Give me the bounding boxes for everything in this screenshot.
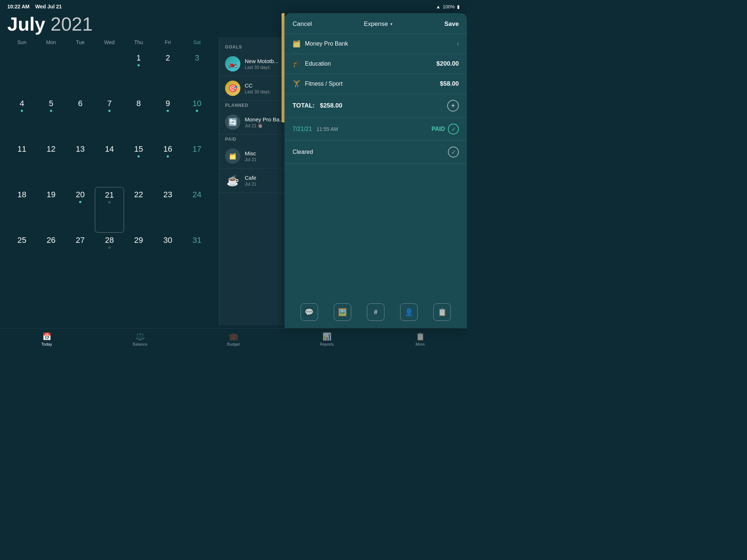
- cal-cell-9[interactable]: 9: [153, 96, 182, 141]
- refresh-icon: 🔄: [225, 114, 240, 130]
- calendar-grid: 1 2 3 4 5 6 7: [4, 50, 215, 324]
- wifi-icon: ▲: [436, 4, 441, 9]
- cal-cell-1[interactable]: 1: [124, 50, 153, 96]
- cal-cell-11[interactable]: 11: [7, 141, 36, 187]
- account-chevron-icon: ›: [457, 40, 459, 47]
- cal-cell-10[interactable]: 10: [182, 96, 212, 141]
- panel-header: Cancel Expense ▾ Save: [285, 13, 467, 34]
- cal-cell-28[interactable]: 28: [95, 233, 124, 278]
- save-button[interactable]: Save: [444, 20, 459, 28]
- cal-cell-8[interactable]: 8: [124, 96, 153, 141]
- person-icon: 👤: [405, 308, 414, 316]
- tag-icon: #: [374, 308, 378, 316]
- accent-bar: [282, 13, 285, 122]
- cal-cell-20[interactable]: 20: [66, 187, 95, 233]
- nav-reports[interactable]: 📊 Reports: [280, 330, 374, 349]
- nav-more[interactable]: 📋 More: [374, 330, 467, 349]
- fitness-row[interactable]: 🏋️ Fitness / Sport $58.00: [285, 74, 467, 94]
- education-row[interactable]: 🎓 Education $200.00: [285, 54, 467, 74]
- cal-cell-25[interactable]: 25: [7, 233, 36, 278]
- day-sat: Sat: [182, 37, 212, 47]
- misc-icon: 🗂️: [225, 148, 240, 164]
- cal-cell-27[interactable]: 27: [66, 233, 95, 278]
- image-button[interactable]: 🖼️: [334, 303, 351, 321]
- today-label: Today: [41, 342, 52, 346]
- balance-icon: ⚖️: [136, 332, 145, 341]
- more-icon: 📋: [416, 332, 425, 341]
- cal-cell-15[interactable]: 15: [124, 141, 153, 187]
- cleared-row[interactable]: Cleared ✓: [285, 141, 467, 164]
- detail-panel: Cancel Expense ▾ Save 🗂️ Money Pro Bank …: [285, 13, 467, 328]
- date-time-row[interactable]: 7/21/21 11:55 AM PAID ✓: [285, 118, 467, 141]
- cal-cell-12[interactable]: 12: [36, 141, 66, 187]
- fitness-label: Fitness / Sport: [305, 81, 342, 87]
- cal-cell-empty-3[interactable]: [66, 50, 95, 96]
- time-value: 11:55 AM: [317, 126, 338, 132]
- cal-cell-2[interactable]: 2: [153, 50, 182, 96]
- nav-balance[interactable]: ⚖️ Balance: [93, 330, 187, 349]
- more-label: More: [415, 342, 425, 346]
- nav-today[interactable]: 📅 Today: [0, 330, 93, 349]
- battery-label: 100%: [443, 4, 455, 9]
- cal-cell-empty-1[interactable]: [7, 50, 36, 96]
- cal-cell-empty-2[interactable]: [36, 50, 66, 96]
- status-time: 10:22 AM Wed Jul 21: [7, 4, 62, 9]
- cal-cell-24[interactable]: 24: [182, 187, 212, 233]
- cal-cell-17[interactable]: 17: [182, 141, 212, 187]
- day-sun: Sun: [7, 37, 36, 47]
- stack-icon: 📋: [438, 308, 447, 316]
- battery-icon: ▮: [457, 4, 460, 9]
- cal-cell-5[interactable]: 5: [36, 96, 66, 141]
- cal-cell-16[interactable]: 16: [153, 141, 182, 187]
- type-selector[interactable]: Expense ▾: [364, 20, 392, 28]
- cal-cell-29[interactable]: 29: [124, 233, 153, 278]
- cal-cell-26[interactable]: 26: [36, 233, 66, 278]
- note-button[interactable]: 💬: [301, 303, 318, 321]
- balance-label: Balance: [133, 342, 147, 346]
- cal-cell-23[interactable]: 23: [153, 187, 182, 233]
- education-label: Education: [305, 61, 331, 67]
- paid-check-icon[interactable]: ✓: [448, 124, 459, 135]
- cal-cell-6[interactable]: 6: [66, 96, 95, 141]
- reports-icon: 📊: [322, 332, 332, 341]
- day-wed: Wed: [95, 37, 124, 47]
- cal-cell-22[interactable]: 22: [124, 187, 153, 233]
- add-category-button[interactable]: +: [447, 100, 459, 112]
- cal-cell-empty-4[interactable]: [95, 50, 124, 96]
- cal-cell-21[interactable]: 21: [95, 187, 124, 233]
- cal-cell-7[interactable]: 7: [95, 96, 124, 141]
- note-icon: 💬: [305, 308, 314, 316]
- bottom-nav: 📅 Today ⚖️ Balance 💼 Budget 📊 Reports 📋 …: [0, 328, 467, 350]
- cleared-check-icon[interactable]: ✓: [448, 147, 459, 158]
- cancel-button[interactable]: Cancel: [293, 20, 312, 28]
- panel-toolbar: 💬 🖼️ # 👤 📋: [285, 296, 467, 328]
- day-mon: Mon: [36, 37, 66, 47]
- status-icons: ▲ 100% ▮: [436, 4, 460, 9]
- person-button[interactable]: 👤: [400, 303, 418, 321]
- cal-cell-30[interactable]: 30: [153, 233, 182, 278]
- chevron-down-icon: ▾: [390, 22, 392, 27]
- cal-cell-4[interactable]: 4: [7, 96, 36, 141]
- cal-cell-31[interactable]: 31: [182, 233, 212, 278]
- nav-budget[interactable]: 💼 Budget: [187, 330, 280, 349]
- account-row[interactable]: 🗂️ Money Pro Bank ›: [285, 34, 467, 54]
- cafe-icon: ☕: [225, 173, 240, 188]
- account-label: Money Pro Bank: [305, 40, 348, 47]
- calendar-days-header: Sun Mon Tue Wed Thu Fri Sat: [4, 37, 215, 47]
- total-amount: $258.00: [320, 102, 342, 109]
- today-icon: 📅: [42, 332, 51, 341]
- cal-cell-14[interactable]: 14: [95, 141, 124, 187]
- cc-icon: 🎯: [225, 81, 240, 96]
- tag-button[interactable]: #: [367, 303, 384, 321]
- budget-label: Budget: [227, 342, 240, 346]
- motorcycle-icon: 🏍️: [225, 56, 240, 71]
- calendar-section: Sun Mon Tue Wed Thu Fri Sat 1 2 3: [0, 37, 219, 325]
- cal-cell-18[interactable]: 18: [7, 187, 36, 233]
- reports-label: Reports: [320, 342, 334, 346]
- fitness-icon: 🏋️: [293, 80, 301, 88]
- cal-cell-3[interactable]: 3: [182, 50, 212, 96]
- cal-cell-19[interactable]: 19: [36, 187, 66, 233]
- date-value: 7/21/21: [293, 126, 312, 132]
- stack-button[interactable]: 📋: [433, 303, 451, 321]
- cal-cell-13[interactable]: 13: [66, 141, 95, 187]
